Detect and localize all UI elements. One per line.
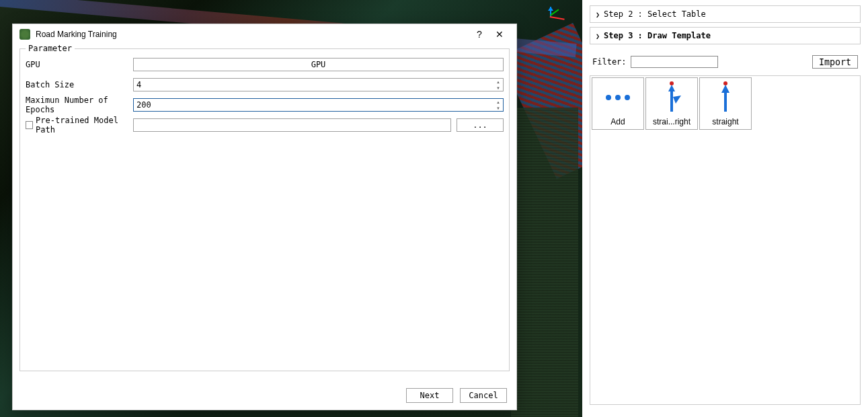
close-button[interactable]: ✕	[489, 26, 510, 42]
template-item-label: Add	[592, 117, 643, 126]
pretrained-path-input[interactable]	[133, 118, 451, 132]
pretrained-row: Pre-trained Model Path ...	[26, 118, 504, 132]
right-panel: ❯ Step 2 : Select Table ❯ Step 3 : Draw …	[582, 0, 868, 417]
svg-marker-5	[721, 85, 729, 93]
batch-size-spinner[interactable]: ▲ ▼	[133, 78, 504, 91]
batch-size-input[interactable]	[134, 79, 494, 91]
pretrained-checkbox[interactable]	[26, 121, 33, 129]
step-3-label: Step 3 : Draw Template	[604, 31, 711, 40]
epochs-input[interactable]	[134, 99, 494, 111]
gpu-row: GPU GPU	[26, 57, 504, 72]
step-3-header[interactable]: ❯ Step 3 : Draw Template	[590, 27, 861, 44]
svg-marker-3	[673, 96, 681, 104]
template-item-add[interactable]: Add	[592, 77, 644, 130]
x-axis-icon	[550, 16, 565, 20]
batch-size-up-icon[interactable]: ▲	[494, 79, 503, 85]
step-2-header[interactable]: ❯ Step 2 : Select Table	[590, 5, 861, 23]
template-item-straight[interactable]: straight	[699, 77, 752, 130]
chevron-right-icon: ❯	[596, 11, 600, 18]
app-icon	[19, 29, 30, 40]
cancel-button[interactable]: Cancel	[460, 388, 507, 403]
gpu-value: GPU	[311, 60, 326, 69]
filter-input[interactable]	[631, 56, 718, 68]
svg-rect-2	[670, 91, 673, 112]
gpu-label: GPU	[26, 60, 133, 69]
epochs-up-icon[interactable]: ▲	[494, 99, 503, 105]
template-item-straight-right[interactable]: strai...right	[645, 77, 698, 130]
filter-label: Filter:	[592, 57, 627, 67]
template-item-label: straight	[700, 117, 751, 126]
import-button[interactable]: Import	[812, 55, 858, 69]
dialog-titlebar[interactable]: Road Marking Training ? ✕	[13, 24, 516, 44]
template-item-label: strai...right	[646, 117, 697, 126]
gpu-dropdown[interactable]: GPU	[133, 58, 504, 71]
epochs-down-icon[interactable]: ▼	[494, 105, 503, 111]
parameter-fieldset: Parameter GPU GPU Batch Size ▲ ▼ Maximun…	[19, 48, 510, 371]
epochs-spinner[interactable]: ▲ ▼	[133, 98, 504, 112]
epochs-row: Maximun Number of Epochs ▲ ▼	[26, 98, 504, 112]
pretrained-label-wrap: Pre-trained Model Path	[26, 116, 133, 135]
z-axis-arrow-icon	[548, 7, 553, 11]
svg-rect-6	[724, 93, 727, 112]
straight-right-arrow-icon	[646, 78, 697, 117]
chevron-right-icon: ❯	[596, 32, 600, 40]
add-icon	[592, 78, 643, 117]
dialog-footer: Next Cancel	[406, 388, 507, 403]
batch-size-down-icon[interactable]: ▼	[494, 85, 503, 91]
straight-arrow-icon	[700, 78, 751, 117]
epochs-label: Maximun Number of Epochs	[26, 96, 133, 114]
dialog-title: Road Marking Training	[36, 30, 469, 39]
filter-row: Filter: Import	[590, 48, 861, 75]
svg-marker-1	[668, 85, 675, 91]
template-grid: Add strai...right straigh	[590, 75, 861, 405]
browse-button[interactable]: ...	[457, 118, 504, 132]
batch-size-row: Batch Size ▲ ▼	[26, 77, 504, 92]
batch-size-label: Batch Size	[26, 80, 133, 89]
step-2-label: Step 2 : Select Table	[604, 9, 706, 19]
fieldset-legend: Parameter	[26, 44, 75, 53]
training-dialog: Road Marking Training ? ✕ Parameter GPU …	[12, 24, 517, 410]
help-button[interactable]: ?	[469, 26, 489, 42]
axis-gizmo[interactable]	[542, 7, 569, 27]
pretrained-label: Pre-trained Model Path	[36, 116, 133, 135]
next-button[interactable]: Next	[406, 388, 453, 403]
